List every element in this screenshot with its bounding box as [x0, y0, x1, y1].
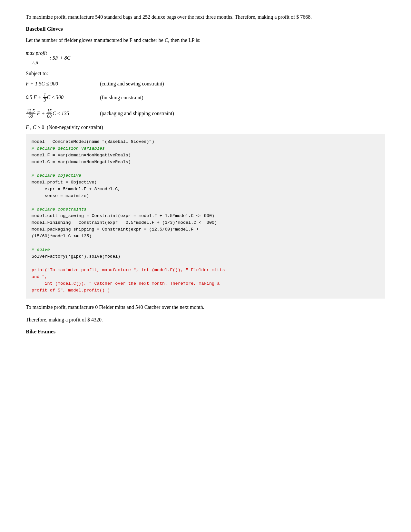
objective-line: max profitA,B : 5F + 8C — [26, 49, 385, 67]
non-negativity-line: F , C ≥ 0 (Non-negativity constraint) — [26, 124, 385, 130]
section1-intro: Let the number of fielder gloves manufac… — [26, 36, 385, 44]
constraint1-line: F + 1.5C ≤ 900 (cutting and sewing const… — [26, 81, 385, 87]
constraint3-math: 12.560 F + 1560C ≤ 135 — [26, 109, 90, 119]
objective-formula: : 5F + 8C — [50, 54, 71, 63]
objective-expr: max profitA,B — [26, 49, 47, 67]
result2: Therefore, making a profit of $ 4320. — [26, 316, 385, 324]
subject-to-label: Subject to: — [26, 71, 385, 76]
constraint2-math: 0.5 F + 13C ≤ 300 — [26, 93, 90, 103]
constraint2-line: 0.5 F + 13C ≤ 300 (finishing constraint) — [26, 93, 385, 103]
constraint3-line: 12.560 F + 1560C ≤ 135 (packaging and sh… — [26, 109, 385, 119]
constraint2-label: (finishing constraint) — [100, 95, 143, 101]
section1-heading: Baseball Gloves — [26, 26, 385, 32]
section2-heading: Bike Frames — [26, 329, 385, 335]
intro-paragraph: To maximize profit, manufacture 540 stan… — [26, 13, 385, 21]
code-block-baseball: model = ConcreteModel(name="(Baseball Gl… — [26, 134, 385, 298]
constraint3-label: (packaging and shipping constraint) — [100, 111, 174, 116]
constraint1-math: F + 1.5C ≤ 900 — [26, 81, 90, 87]
result1: To maximize profit, manufacture 0 Fielde… — [26, 303, 385, 311]
constraint1-label: (cutting and sewing constraint) — [100, 81, 164, 87]
